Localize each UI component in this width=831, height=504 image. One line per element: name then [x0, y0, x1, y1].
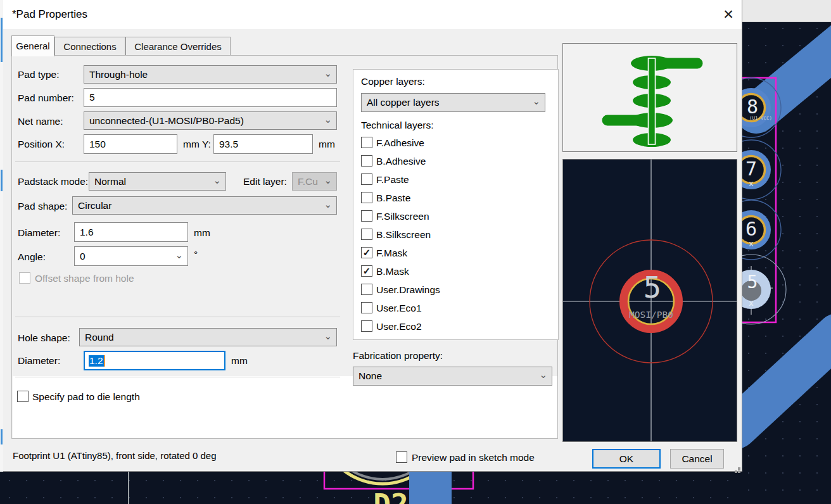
angle-label: Angle: [18, 251, 46, 263]
position-y-label: Y: [202, 139, 211, 150]
layer-label: F.Paste [376, 174, 409, 186]
layer-label: User.Eco1 [376, 303, 422, 314]
position-x-input[interactable]: 150 [84, 134, 177, 154]
layers-group: Copper layers: All copper layers ⌄ Techn… [353, 69, 559, 340]
pad-diameter-input[interactable]: 1.6 [74, 222, 188, 242]
layer-checkbox-user-drawings[interactable] [361, 284, 372, 295]
chevron-down-icon: ⌄ [324, 198, 332, 210]
pad-shape-select[interactable]: Circular ⌄ [72, 196, 337, 215]
layer-label: User.Eco2 [376, 321, 422, 332]
layer-checkbox-b-silkscreen[interactable] [361, 229, 372, 240]
screen: 8 t - (U1-VCC) 7 x 6 x 5 x [0, 0, 831, 504]
svg-text:8: 8 [747, 96, 758, 118]
dialog-titlebar[interactable]: *Pad Properties ✕ [3, 0, 742, 29]
chevron-down-icon: ⌄ [324, 174, 332, 186]
pcb-canvas-right[interactable]: 8 t - (U1-VCC) 7 x 6 x 5 x [742, 22, 831, 504]
svg-text:x: x [749, 298, 754, 308]
net-name-select[interactable]: unconnected-(U1-MOSI/PB0-Pad5) ⌄ [84, 111, 337, 130]
chevron-down-icon: ⌄ [324, 113, 332, 125]
svg-text:5: 5 [747, 272, 758, 293]
svg-text:x: x [749, 179, 754, 188]
layer-checkbox-b-paste[interactable] [361, 192, 372, 203]
offset-shape-checkbox-disabled [19, 272, 30, 284]
tab-general[interactable]: General [11, 35, 54, 56]
tab-clearance-overrides[interactable]: Clearance Overrides [125, 37, 231, 56]
pad-to-die-checkbox[interactable] [17, 391, 29, 402]
main-window-strip [742, 0, 831, 22]
tab-connections[interactable]: Connections [54, 37, 125, 56]
pad-preview-canvas: 5 MOSI/PB0 [563, 160, 737, 441]
svg-text:6: 6 [745, 218, 757, 240]
position-x-unit: mm [183, 139, 200, 150]
pad-number-label: Pad number: [18, 92, 74, 104]
fabrication-property-select[interactable]: None ⌄ [353, 367, 552, 386]
position-y-unit: mm [319, 139, 335, 150]
layer-checkbox-b-mask[interactable]: ✓ [361, 265, 372, 277]
pad-number-input[interactable]: 5 [84, 88, 337, 107]
sketch-mode-checkbox[interactable] [396, 451, 407, 463]
preview-net-label: MOSI/PB0 [629, 310, 673, 320]
layer-checkbox-b-adhesive[interactable] [361, 155, 372, 167]
hole-shape-select[interactable]: Round ⌄ [79, 328, 337, 346]
ok-button[interactable]: OK [592, 449, 661, 469]
svg-text:t - (U1-VCC): t - (U1-VCC) [742, 115, 772, 121]
chevron-down-icon: ⌄ [324, 67, 332, 79]
svg-text:7: 7 [745, 158, 757, 180]
pcb-canvas-bottom[interactable]: D2 [3, 472, 742, 504]
padstack-preview [562, 43, 737, 152]
pad-type-label: Pad type: [18, 69, 60, 80]
layer-label: B.Paste [376, 192, 410, 204]
layer-checkbox-f-adhesive[interactable] [361, 137, 372, 148]
cancel-button[interactable]: Cancel [670, 449, 724, 469]
padstack-diagram [563, 44, 737, 151]
pad-diameter-label: Diameter: [18, 227, 60, 239]
chevron-down-icon: ⌄ [175, 249, 183, 260]
layer-label: F.Adhesive [376, 137, 424, 149]
layer-label: B.Mask [376, 266, 409, 277]
edit-layer-label: Edit layer: [243, 176, 287, 187]
position-y-input[interactable]: 93.5 [213, 134, 313, 154]
layer-checkbox-user-eco2[interactable] [361, 320, 372, 332]
layer-checkbox-user-eco1[interactable] [361, 302, 372, 313]
technical-layers-label: Technical layers: [361, 120, 434, 131]
angle-unit: ° [194, 249, 198, 260]
separator [15, 377, 340, 377]
copper-trace-vertical[interactable] [409, 472, 452, 504]
edit-layer-select-disabled: F.Cu ⌄ [292, 172, 337, 191]
layer-label: F.Mask [376, 248, 407, 259]
layer-checkbox-f-paste[interactable] [361, 173, 372, 185]
net-name-label: Net name: [18, 116, 63, 127]
hole-shape-label: Hole shape: [18, 332, 70, 344]
dialog-title: *Pad Properties [12, 8, 87, 21]
padstack-mode-label: Padstack mode: [18, 176, 88, 187]
layer-checkbox-f-mask[interactable]: ✓ [361, 247, 372, 258]
separator [15, 317, 340, 317]
offset-shape-label: Offset shape from hole [35, 273, 134, 284]
fabrication-property-label: Fabrication property: [353, 350, 443, 362]
layer-checkbox-f-silkscreen[interactable] [361, 210, 372, 222]
chevron-down-icon: ⌄ [532, 96, 540, 107]
padstack-mode-select[interactable]: Normal ⌄ [89, 172, 226, 191]
preview-pad-number: 5 [644, 270, 661, 305]
pad-shape-label: Pad shape: [18, 201, 67, 212]
copper-layers-select[interactable]: All copper layers ⌄ [361, 93, 545, 112]
layer-label: B.Silkscreen [376, 229, 431, 241]
resize-grip[interactable] [730, 463, 738, 470]
pad-properties-dialog: *Pad Properties ✕ General Connections Cl… [3, 0, 742, 472]
separator [15, 161, 340, 162]
close-icon[interactable]: ✕ [718, 5, 739, 24]
hole-diameter-unit: mm [231, 355, 248, 367]
chevron-down-icon: ⌄ [539, 369, 547, 381]
pad-diameter-unit: mm [194, 227, 210, 239]
position-x-label: Position X: [18, 139, 65, 150]
angle-combobox[interactable]: 0 ⌄ [74, 246, 188, 266]
sketch-mode-label: Preview pad in sketch mode [412, 452, 535, 463]
pad-type-select[interactable]: Through-hole ⌄ [84, 65, 337, 84]
selected-text: 1.2 [89, 355, 104, 367]
layer-label: User.Drawings [376, 284, 440, 296]
text-caret [104, 355, 105, 367]
hole-diameter-input[interactable]: 1.2 [84, 351, 225, 370]
tab-page-general: Pad type: Through-hole ⌄ Pad number: 5 N… [11, 55, 558, 439]
silkscreen-refdes: D2 [373, 488, 408, 504]
pad-to-die-label: Specify pad to die length [32, 391, 140, 403]
